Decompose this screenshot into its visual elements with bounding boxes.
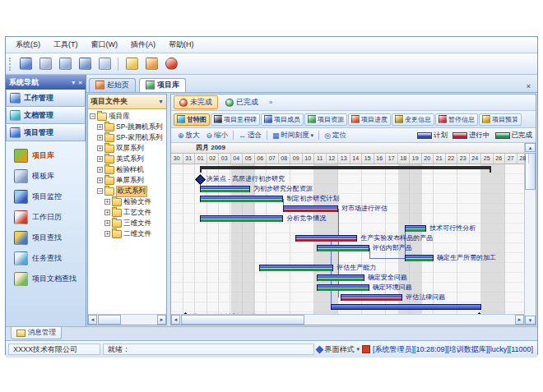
toolbar-button-tile-window-icon[interactable]: [56, 55, 74, 73]
toolbar-button-calculator-icon[interactable]: [95, 55, 114, 73]
message-panel-tab[interactable]: 消息管理: [11, 327, 62, 339]
view-pauses[interactable]: 暂停信息: [435, 113, 478, 126]
view-resources[interactable]: 项目资源: [304, 113, 347, 126]
style-label[interactable]: 界面样式: [325, 344, 355, 355]
filter-unfinished[interactable]: 未完成: [174, 95, 218, 109]
task-bar-10[interactable]: [259, 265, 333, 271]
sidebar-section-document-management[interactable]: 文档管理: [6, 107, 86, 124]
tool-locate[interactable]: ◎定位: [321, 131, 350, 141]
sidebar-item-template-library[interactable]: 模板库: [6, 166, 86, 187]
scroll-right-icon[interactable]: ►: [515, 315, 524, 325]
scroll-down-icon[interactable]: ▼: [525, 316, 536, 325]
menu-item-2[interactable]: 窗口(W): [85, 38, 125, 52]
expand-icon[interactable]: +: [104, 231, 110, 237]
tree-node-11[interactable]: +二维文件: [88, 228, 166, 239]
toolbar-button-cascade-window-icon[interactable]: [36, 55, 54, 73]
task-bar-13[interactable]: [341, 294, 402, 301]
expand-icon[interactable]: +: [97, 135, 103, 141]
sidebar-dropdown-icon[interactable]: ▾: [72, 79, 75, 86]
sidebar-section-work-management[interactable]: 工作管理: [6, 90, 86, 107]
task-bar-6[interactable]: [405, 225, 426, 232]
tab-close-icon[interactable]: ×: [522, 82, 535, 92]
sidebar-section-project-management[interactable]: 项目管理: [6, 124, 86, 141]
expand-icon[interactable]: +: [97, 145, 103, 151]
gantt-hscroll[interactable]: ◄ ►: [171, 314, 524, 325]
menu-item-0[interactable]: 系统(S): [9, 38, 47, 52]
scroll-up-icon[interactable]: ▲: [525, 143, 536, 152]
tree-node-0[interactable]: −项目库: [88, 111, 166, 122]
toolbar-button-exit-icon[interactable]: [162, 55, 180, 73]
view-progress[interactable]: 项目进度: [348, 113, 391, 126]
sidebar-item-project-monitor[interactable]: 项目监控: [6, 187, 86, 207]
expand-icon[interactable]: +: [97, 124, 103, 130]
task-bar-8[interactable]: [317, 245, 369, 251]
sidebar-item-work-calendar[interactable]: 工作日历: [6, 207, 86, 228]
tab-project-library[interactable]: 项目库: [139, 78, 186, 92]
toolbar-button-style-window-icon[interactable]: [76, 55, 94, 73]
expand-icon[interactable]: +: [104, 210, 110, 215]
collapse-icon[interactable]: −: [90, 113, 95, 119]
sidebar-item-project-document-search[interactable]: 项目文档查找: [6, 269, 86, 289]
tree-node-1[interactable]: +SP-跳舞机系列: [88, 122, 166, 132]
tool-timescale[interactable]: ▦时间刻度▾: [269, 131, 317, 141]
scroll-thumb[interactable]: [98, 315, 121, 325]
task-bar-9[interactable]: [405, 255, 434, 261]
task-bar-2[interactable]: [200, 186, 250, 192]
gantt-vscroll[interactable]: ▲ ▼: [524, 143, 536, 325]
tree-node-10[interactable]: +三维文件: [88, 218, 166, 228]
tree-node-3[interactable]: +双屏系列: [88, 143, 166, 154]
scroll-right-icon[interactable]: ►: [157, 315, 166, 325]
task-bar-11[interactable]: [317, 274, 364, 281]
sidebar-close-icon[interactable]: ×: [78, 79, 82, 86]
view-members[interactable]: 项目成员: [261, 113, 304, 126]
tree-node-6[interactable]: +单屏系列: [88, 175, 166, 186]
sidebar-item-project-library[interactable]: 项目库: [6, 145, 86, 166]
toolbar-button-lock-icon[interactable]: [142, 55, 160, 73]
tool-zoom-out[interactable]: ⊖缩小: [203, 131, 232, 141]
task-bar-14[interactable]: [331, 304, 481, 310]
view-gantt[interactable]: 甘特图: [174, 113, 210, 126]
tool-zoom-in[interactable]: ⊕放大: [174, 131, 203, 141]
task-bar-5[interactable]: [200, 215, 284, 222]
menu-item-1[interactable]: 工具(T): [47, 38, 85, 52]
milestone-diamond-15[interactable]: [181, 312, 192, 314]
task-bar-4[interactable]: [283, 205, 338, 212]
tree-node-4[interactable]: +美式系列: [88, 154, 166, 164]
toolbar-grip[interactable]: [9, 58, 13, 71]
tree-node-5[interactable]: +检验样机: [88, 164, 166, 175]
expand-icon[interactable]: +: [97, 178, 103, 183]
tree-panel-dropdown-icon[interactable]: ▼: [158, 99, 164, 104]
tree-node-8[interactable]: +检验文件: [88, 196, 166, 207]
tree-node-2[interactable]: +SP-家用机系列: [88, 132, 166, 143]
toolbar-button-mail-icon[interactable]: [123, 55, 141, 73]
expand-icon[interactable]: +: [104, 220, 110, 226]
tool-fit[interactable]: ↔适合: [235, 131, 265, 141]
task-bar-7[interactable]: [295, 235, 357, 242]
task-bar-12[interactable]: [317, 284, 369, 291]
style-dropdown-icon[interactable]: ▾: [357, 346, 360, 353]
task-bar-3[interactable]: [200, 196, 284, 202]
tab-start-page[interactable]: 起始页: [89, 78, 136, 92]
tree-panel-tab[interactable]: 项目文件夹: [90, 96, 128, 107]
filter-finished[interactable]: 已完成: [220, 95, 264, 109]
scroll-left-icon[interactable]: ◄: [88, 315, 97, 325]
scroll-left-icon[interactable]: ◄: [171, 315, 180, 325]
collapse-icon[interactable]: −: [97, 188, 103, 194]
tree-node-9[interactable]: +工艺文件: [88, 207, 166, 218]
toolbar-button-nav-panel-icon[interactable]: [16, 55, 35, 73]
view-budget[interactable]: 项目预算: [479, 113, 522, 126]
scroll-thumb[interactable]: [181, 315, 304, 325]
sidebar-item-project-search[interactable]: 项目查找: [6, 228, 86, 248]
expand-icon[interactable]: +: [104, 199, 110, 205]
tree-hscroll[interactable]: ◄ ►: [88, 314, 166, 325]
menu-item-3[interactable]: 插件(A): [124, 38, 162, 52]
view-changes[interactable]: 变更信息: [392, 113, 434, 126]
sidebar-item-task-search[interactable]: 任务查找: [6, 248, 86, 269]
expand-icon[interactable]: +: [97, 167, 103, 173]
filter-more-icon[interactable]: »: [269, 99, 272, 106]
milestone-diamond-1[interactable]: [195, 174, 206, 185]
tree-node-7[interactable]: −欧式系列: [88, 186, 166, 196]
menu-item-4[interactable]: 帮助(H): [162, 38, 201, 52]
expand-icon[interactable]: +: [97, 156, 103, 162]
view-milestones[interactable]: 项目里程碑: [211, 113, 260, 126]
